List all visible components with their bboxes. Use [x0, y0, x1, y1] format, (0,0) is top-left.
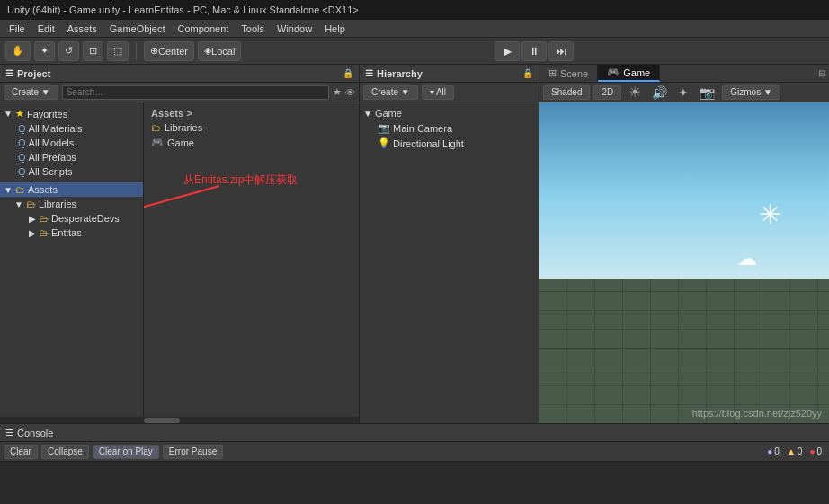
directional-light-label: Directional Light	[393, 138, 464, 149]
twod-btn[interactable]: 2D	[593, 85, 621, 100]
assets-header[interactable]: ▼ 🗁 Assets	[0, 182, 143, 197]
scene-fx-icon[interactable]: ✦	[674, 85, 692, 100]
project-scrollbar[interactable]	[0, 416, 359, 423]
assets-arrow: ▼	[4, 185, 13, 195]
console-clear-btn[interactable]: Clear	[4, 445, 38, 459]
project-title: Project	[17, 68, 50, 79]
scene-sun-icon: ✳	[754, 199, 786, 230]
assets-path-label: Assets >	[147, 106, 355, 120]
hierarchy-create-btn[interactable]: Create ▼	[363, 85, 418, 100]
menu-tools[interactable]: Tools	[236, 22, 270, 35]
file-libraries-icon: 🗁	[151, 122, 161, 133]
project-icon: ☰	[5, 68, 13, 78]
hierarchy-all-btn[interactable]: ▾ All	[422, 85, 454, 100]
libraries-arrow: ▼	[14, 199, 23, 209]
center-button[interactable]: ⊕ Center	[144, 41, 194, 61]
main-content: ☰ Project 🔒 Create ▼ ★ 👁 ▼ ★ Favorites	[0, 65, 829, 423]
gizmos-btn[interactable]: Gizmos ▼	[722, 85, 780, 100]
scene-tab-icon: ⊞	[548, 67, 557, 79]
scene-camera-icon[interactable]: 📷	[696, 85, 718, 100]
hierarchy-panel: ☰ Hierarchy 🔒 Create ▼ ▾ All ▼ Game 📷 Ma…	[360, 65, 539, 423]
tree-entitas[interactable]: ▶ 🗁 Entitas	[0, 225, 143, 240]
menu-edit[interactable]: Edit	[32, 22, 60, 35]
assets-folder-icon: 🗁	[15, 184, 25, 195]
tool-hand[interactable]: ✋	[5, 41, 31, 61]
tree-desperatedevs[interactable]: ▶ 🗁 DesperateDevs	[0, 211, 143, 225]
info-count-badge: ● 0	[767, 447, 780, 456]
warning-count-badge: ▲ 0	[787, 447, 802, 456]
camera-icon: 📷	[378, 122, 390, 134]
console-icon: ☰	[5, 428, 13, 438]
project-files: Assets > 🗁 Libraries 🎮 Game 从Entitas.zip…	[144, 102, 359, 416]
project-lock-icon: 🔒	[343, 68, 353, 78]
tree-all-materials[interactable]: Q All Materials	[0, 121, 143, 136]
tab-game[interactable]: 🎮 Game	[598, 65, 660, 82]
project-scroll-thumb[interactable]	[144, 418, 180, 423]
favorites-header[interactable]: ▼ ★ Favorites	[0, 106, 143, 121]
menu-window[interactable]: Window	[272, 22, 317, 35]
search-icon-scripts: Q	[18, 166, 26, 177]
tree-all-models[interactable]: Q All Models	[0, 136, 143, 150]
view-maximize-icon[interactable]: ⊟	[818, 68, 825, 78]
project-split: ▼ ★ Favorites Q All Materials Q All Mode…	[0, 102, 359, 416]
menu-bar: File Edit Assets GameObject Component To…	[0, 20, 829, 38]
menu-file[interactable]: File	[4, 22, 31, 35]
tool-rect[interactable]: ⬚	[107, 41, 129, 61]
all-materials-label: All Materials	[29, 123, 83, 134]
console-collapse-btn[interactable]: Collapse	[41, 445, 89, 459]
warning-icon: ▲	[787, 447, 796, 456]
menu-component[interactable]: Component	[172, 22, 234, 35]
console-status: ● 0 ▲ 0 ● 0	[767, 447, 825, 456]
desperatedevs-arrow: ▶	[29, 214, 36, 224]
file-game-label: Game	[167, 137, 194, 148]
scene-toolbar: Shaded 2D ☀ 🔊 ✦ 📷 Gizmos ▼	[539, 83, 829, 102]
file-game[interactable]: 🎮 Game	[147, 135, 355, 150]
view-panel-controls: ⊟	[818, 68, 829, 78]
pause-button[interactable]: ⏸	[521, 41, 547, 61]
project-create-btn[interactable]: Create ▼	[4, 85, 58, 100]
project-search-input[interactable]	[62, 85, 329, 100]
shaded-btn[interactable]: Shaded	[543, 85, 590, 100]
play-button[interactable]: ▶	[495, 41, 520, 61]
tool-rotate[interactable]: ↺	[58, 41, 79, 61]
step-button[interactable]: ⏭	[548, 41, 574, 61]
view-tabs: ⊞ Scene 🎮 Game ⊟	[539, 65, 829, 83]
menu-assets[interactable]: Assets	[62, 22, 103, 35]
console-content	[0, 462, 829, 504]
scene-tab-label: Scene	[560, 68, 588, 79]
tree-libraries[interactable]: ▼ 🗁 Libraries	[0, 197, 143, 211]
favorites-label: Favorites	[27, 109, 67, 119]
tool-move[interactable]: ✦	[34, 41, 55, 61]
hierarchy-lock-icon: 🔒	[522, 68, 533, 78]
tab-scene[interactable]: ⊞ Scene	[539, 65, 598, 82]
title-text: Unity (64bit) - Game.unity - LearnEntita…	[7, 4, 359, 15]
hierarchy-main-camera[interactable]: 📷 Main Camera	[360, 120, 539, 136]
menu-help[interactable]: Help	[319, 22, 351, 35]
hierarchy-game-label: Game	[375, 108, 402, 119]
warning-count: 0	[798, 447, 803, 456]
tool-scale[interactable]: ⊡	[83, 41, 103, 61]
local-button[interactable]: ◈ Local	[198, 41, 241, 61]
hierarchy-directional-light[interactable]: 💡 Directional Light	[360, 136, 539, 151]
file-libraries[interactable]: 🗁 Libraries	[147, 120, 355, 135]
watermark: https://blog.csdn.net/zjz520yy	[692, 408, 822, 419]
desperatedevs-folder-icon: 🗁	[39, 213, 49, 224]
console-clear-play-btn[interactable]: Clear on Play	[93, 445, 159, 459]
scene-audio-icon[interactable]: 🔊	[648, 85, 671, 100]
error-count: 0	[816, 447, 822, 456]
console-error-pause-btn[interactable]: Error Pause	[163, 445, 223, 459]
file-libraries-label: Libraries	[165, 122, 202, 133]
entitas-label: Entitas	[51, 227, 82, 238]
light-icon: 💡	[378, 137, 390, 149]
tree-all-scripts[interactable]: Q All Scripts	[0, 164, 143, 179]
scene-cloud-icon: ☁	[737, 247, 757, 270]
project-eye-icon[interactable]: 👁	[345, 87, 355, 98]
desperatedevs-label: DesperateDevs	[51, 213, 120, 224]
hierarchy-game-scene[interactable]: ▼ Game	[360, 106, 539, 120]
tree-all-prefabs[interactable]: Q All Prefabs	[0, 150, 143, 164]
project-star-icon[interactable]: ★	[333, 86, 342, 98]
scene-light-icon[interactable]: ☀	[625, 84, 645, 101]
hierarchy-toolbar: Create ▼ ▾ All	[360, 83, 539, 102]
menu-gameobject[interactable]: GameObject	[104, 22, 171, 35]
entitas-folder-icon: 🗁	[39, 227, 49, 238]
